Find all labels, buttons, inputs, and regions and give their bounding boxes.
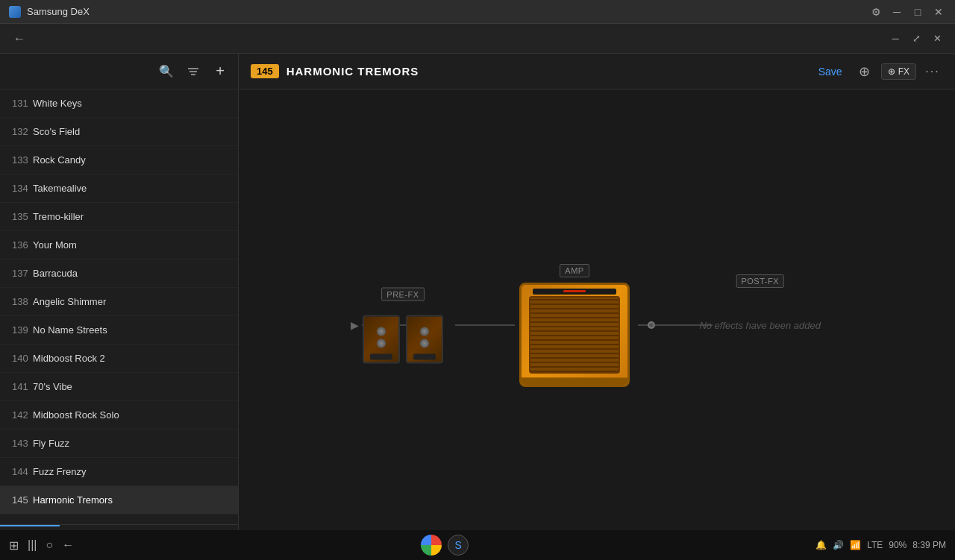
fx-label: FX bbox=[898, 66, 909, 77]
notification-icon[interactable]: 🔔 bbox=[815, 540, 827, 550]
preset-name: Angelic Shimmer bbox=[33, 296, 106, 307]
preset-name: Midboost Rock Solo bbox=[33, 409, 119, 421]
preset-number: 135 bbox=[12, 211, 33, 222]
minimize-button[interactable]: ─ bbox=[889, 4, 904, 19]
preset-name: White Keys bbox=[33, 98, 82, 109]
post-fx-section: POST-FX No effects have been added bbox=[699, 318, 821, 332]
apps-icon[interactable]: ⊞ bbox=[9, 538, 19, 553]
preset-number: 139 bbox=[12, 324, 33, 336]
preset-name: Takemealive bbox=[33, 183, 87, 194]
inner-minimize-button[interactable]: ─ bbox=[886, 30, 904, 48]
preset-item[interactable]: 132 Sco's Field bbox=[0, 118, 238, 146]
network-label: LTE bbox=[867, 540, 883, 550]
preset-item[interactable]: 140 Midboost Rock 2 bbox=[0, 345, 238, 373]
taskbar-center: S bbox=[421, 535, 469, 556]
pedal-knob-3 bbox=[420, 327, 429, 336]
app-icon-small bbox=[9, 6, 21, 18]
preset-list: 131 White Keys 132 Sco's Field 133 Rock … bbox=[0, 89, 238, 524]
maximize-button[interactable]: □ bbox=[910, 4, 925, 19]
wifi-icon[interactable]: 📶 bbox=[850, 540, 861, 550]
battery-label: 90% bbox=[889, 540, 907, 550]
preset-item[interactable]: 133 Rock Candy bbox=[0, 146, 238, 174]
preset-item[interactable]: 131 White Keys bbox=[0, 89, 238, 118]
post-fx-label: POST-FX bbox=[736, 274, 784, 288]
signal-dot bbox=[648, 321, 655, 329]
add-preset-button[interactable]: + bbox=[211, 63, 229, 81]
preset-item[interactable]: 135 Tremo-killer bbox=[0, 203, 238, 231]
preset-number: 145 bbox=[12, 494, 33, 506]
pedal-knob-4 bbox=[420, 339, 429, 348]
filter-icon[interactable] bbox=[184, 63, 202, 81]
preset-item[interactable]: 136 Your Mom bbox=[0, 231, 238, 259]
preset-name: Fly Fuzz bbox=[33, 438, 69, 449]
amp-label: AMP bbox=[560, 264, 589, 277]
no-effects-text: No effects have been added bbox=[699, 320, 821, 331]
pedal-foot-2 bbox=[413, 353, 436, 359]
save-button[interactable]: Save bbox=[812, 63, 848, 81]
recent-apps-icon[interactable]: ||| bbox=[28, 538, 37, 552]
system-taskbar: ⊞ ||| ○ ← S 🔔 🔊 📶 LTE 90% 8:39 PM bbox=[0, 530, 955, 560]
preset-number-badge: 145 bbox=[251, 64, 279, 78]
preset-item[interactable]: 145 Harmonic Tremors bbox=[0, 486, 238, 515]
inner-close-button[interactable]: ✕ bbox=[928, 30, 946, 48]
preset-number: 138 bbox=[12, 296, 33, 307]
chrome-taskbar-icon[interactable] bbox=[421, 535, 442, 556]
preset-number: 141 bbox=[12, 381, 33, 392]
preset-number: 133 bbox=[12, 154, 33, 166]
preset-name: No Name Streets bbox=[33, 324, 107, 336]
pedal-2[interactable] bbox=[406, 315, 443, 363]
taskbar-left: ⊞ ||| ○ ← bbox=[9, 538, 74, 553]
preset-item[interactable]: 144 Fuzz Frenzy bbox=[0, 458, 238, 486]
preset-title: HARMONIC TREMORS bbox=[286, 65, 419, 78]
play-button[interactable]: ▶ bbox=[351, 319, 359, 331]
preset-item[interactable]: 137 Barracuda bbox=[0, 259, 238, 288]
signal-chain: ▶ PRE-FX bbox=[239, 89, 955, 560]
amp-section: AMP bbox=[519, 263, 630, 387]
preset-name: Harmonic Tremors bbox=[33, 494, 113, 506]
app-title: Samsung DeX bbox=[27, 6, 90, 17]
main-content: 🔍 + 131 White Keys 132 Sco's Field 133 R… bbox=[0, 54, 955, 560]
app-window: ← ─ ⤢ ✕ 🔍 + 131 Whit bbox=[0, 24, 955, 560]
taskbar-right: 🔔 🔊 📶 LTE 90% 8:39 PM bbox=[815, 540, 946, 550]
preset-number: 137 bbox=[12, 268, 33, 279]
preset-number: 134 bbox=[12, 183, 33, 194]
volume-icon[interactable]: 🔊 bbox=[833, 540, 844, 550]
preset-item[interactable]: 139 No Name Streets bbox=[0, 316, 238, 345]
pedal-knob-2 bbox=[377, 339, 386, 348]
samsung-taskbar-icon[interactable]: S bbox=[448, 535, 469, 556]
inner-maximize-button[interactable]: ⤢ bbox=[907, 30, 925, 48]
preset-number: 143 bbox=[12, 438, 33, 449]
pedal-1[interactable] bbox=[363, 315, 400, 363]
home-icon[interactable]: ○ bbox=[46, 538, 53, 552]
amp-top-strip bbox=[533, 289, 616, 295]
preset-number: 136 bbox=[12, 239, 33, 251]
search-icon[interactable]: 🔍 bbox=[157, 63, 175, 81]
fx-button[interactable]: ⊕ FX bbox=[881, 63, 916, 80]
preset-item[interactable]: 141 70's Vibe bbox=[0, 373, 238, 401]
preset-name: 70's Vibe bbox=[33, 381, 72, 392]
pedal-foot bbox=[370, 353, 392, 359]
preset-item[interactable]: 143 Fly Fuzz bbox=[0, 430, 238, 458]
pre-fx-label: PRE-FX bbox=[381, 287, 424, 301]
preset-name: Fuzz Frenzy bbox=[33, 466, 87, 477]
back-nav-icon[interactable]: ← bbox=[62, 538, 74, 552]
signal-line-2 bbox=[455, 324, 515, 326]
pre-fx-section: PRE-FX bbox=[363, 286, 443, 363]
close-button[interactable]: ✕ bbox=[931, 4, 946, 19]
more-options-button[interactable]: ··· bbox=[922, 61, 943, 82]
settings-icon[interactable]: ⚙ bbox=[868, 4, 883, 19]
sidebar-toolbar: 🔍 + bbox=[0, 54, 238, 89]
preset-name: Barracuda bbox=[33, 268, 78, 279]
add-fx-icon[interactable]: ⊕ bbox=[854, 61, 875, 82]
preset-number: 140 bbox=[12, 353, 33, 364]
inner-title-bar: ← ─ ⤢ ✕ bbox=[0, 24, 955, 54]
preset-item[interactable]: 138 Angelic Shimmer bbox=[0, 288, 238, 316]
amp-body[interactable] bbox=[519, 283, 630, 387]
sidebar: 🔍 + 131 White Keys 132 Sco's Field 133 R… bbox=[0, 54, 239, 560]
amp-bottom-strip bbox=[522, 377, 627, 385]
preset-number: 144 bbox=[12, 466, 33, 477]
preset-item[interactable]: 142 Midboost Rock Solo bbox=[0, 401, 238, 430]
back-button[interactable]: ← bbox=[9, 28, 30, 49]
preset-item[interactable]: 134 Takemealive bbox=[0, 174, 238, 203]
preset-name: Midboost Rock 2 bbox=[33, 353, 105, 364]
